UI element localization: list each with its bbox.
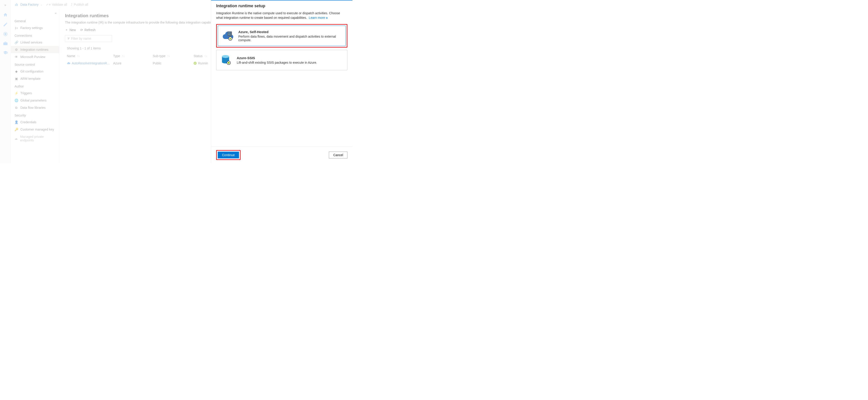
group-source-control: Source control xyxy=(11,60,59,68)
new-button[interactable]: ＋New xyxy=(65,28,76,32)
blade-title: Integration runtime setup xyxy=(216,4,347,8)
col-type[interactable]: Type↑↓ xyxy=(113,54,153,58)
person-icon: 👤 xyxy=(14,120,18,124)
nav-label: Managed private endpoints xyxy=(20,135,56,142)
home-icon[interactable] xyxy=(3,12,8,18)
learn-more-link[interactable]: Learn more ⧉ xyxy=(309,16,328,20)
col-name[interactable]: Name↑↓ xyxy=(67,54,113,58)
expand-rail-icon[interactable]: » xyxy=(3,2,8,8)
sort-icon: ↑↓ xyxy=(205,54,207,58)
nav-label: Triggers xyxy=(20,91,32,95)
refresh-icon: ⟳ xyxy=(80,28,83,32)
option-azure-self-hosted[interactable]: Azure, Self-Hosted Perform data flows, d… xyxy=(218,26,346,46)
refresh-label: Refresh xyxy=(85,28,95,32)
nav-label: ARM template xyxy=(20,77,40,81)
library-icon: ⧉ xyxy=(14,106,18,110)
nav-triggers[interactable]: ⚡Triggers xyxy=(11,89,59,97)
refresh-button[interactable]: ⟳Refresh xyxy=(80,28,95,32)
upload-icon: ⤴ xyxy=(71,3,72,6)
git-icon: ◆ xyxy=(14,69,18,73)
cell-type: Azure xyxy=(113,61,153,65)
continue-button[interactable]: Continue xyxy=(218,152,239,159)
nav-label: Integration runtimes xyxy=(20,48,49,52)
eye-icon: 👁 xyxy=(14,55,18,59)
learn-icon[interactable] xyxy=(3,50,8,56)
blade-footer: Continue Cancel xyxy=(211,147,352,163)
sort-icon: ↑↓ xyxy=(122,54,124,58)
cell-name[interactable]: AutoResolveIntegrationR... xyxy=(67,61,113,65)
external-icon: ⧉ xyxy=(326,17,328,19)
publish-all-button[interactable]: ⤴ Publish all xyxy=(71,3,88,6)
svg-point-7 xyxy=(229,32,230,33)
setup-blade: Integration runtime setup Integration Ru… xyxy=(211,0,352,163)
nav-factory-settings[interactable]: ⫿⫾Factory settings xyxy=(11,24,59,31)
cloud-server-icon xyxy=(222,29,234,42)
group-general: General xyxy=(11,17,59,24)
database-icon xyxy=(220,54,233,66)
toolbox-icon[interactable] xyxy=(3,41,8,46)
nav-credentials[interactable]: 👤Credentials xyxy=(11,118,59,126)
svg-rect-14 xyxy=(228,62,229,64)
status-text: Runnin xyxy=(198,61,208,65)
col-label: Sub-type xyxy=(153,54,165,58)
svg-point-8 xyxy=(228,34,229,35)
nav-managed-pe: ☁Managed private endpoints xyxy=(11,133,59,144)
svg-rect-4 xyxy=(17,4,18,6)
row-name: AutoResolveIntegrationR... xyxy=(72,61,110,65)
cloud-runtime-icon xyxy=(67,61,70,65)
new-label: New xyxy=(69,28,76,32)
check-icon: ✓≡ xyxy=(46,3,51,6)
nav-label: Credentials xyxy=(20,120,36,124)
globe-icon: 🌐 xyxy=(14,98,18,102)
option-title: Azure-SSIS xyxy=(237,56,317,60)
col-label: Name xyxy=(67,54,75,58)
svg-rect-3 xyxy=(16,3,17,6)
learn-label: Learn more xyxy=(309,16,325,20)
nav-dataflow-libs[interactable]: ⧉Data flow libraries xyxy=(11,104,59,111)
publish-label: Publish all xyxy=(74,3,88,6)
group-author: Author xyxy=(11,82,59,89)
option-desc: Lift-and-shift existing SSIS packages to… xyxy=(237,61,317,64)
monitor-icon[interactable] xyxy=(3,31,8,37)
cloud-icon: ☁ xyxy=(14,137,18,140)
side-panel: « General ⫿⫾Factory settings Connections… xyxy=(11,9,60,163)
chevron-down-icon: ⌄ xyxy=(40,3,42,6)
bolt-icon: ⚡ xyxy=(14,91,18,95)
pencil-icon[interactable] xyxy=(3,22,8,27)
svg-point-9 xyxy=(229,34,230,35)
collapse-panel-icon[interactable]: « xyxy=(52,9,59,17)
nav-cmk[interactable]: 🔑Customer managed key xyxy=(11,126,59,133)
col-label: Status xyxy=(193,54,203,58)
group-connections: Connections xyxy=(11,31,59,39)
nav-label: Factory settings xyxy=(20,26,43,30)
nav-label: Data flow libraries xyxy=(20,106,45,110)
filter-icon: ⧩ xyxy=(67,37,70,40)
col-status[interactable]: Status↑↓ xyxy=(193,54,212,58)
group-security: Security xyxy=(11,111,59,118)
filter-input[interactable]: ⧩ Filter by name xyxy=(65,35,112,42)
svg-point-6 xyxy=(228,32,229,33)
svg-rect-5 xyxy=(227,31,232,36)
nav-label: Git configuration xyxy=(20,69,43,73)
svg-point-1 xyxy=(4,33,6,35)
nav-global-params[interactable]: 🌐Global parameters xyxy=(11,97,59,104)
nav-label: Linked services xyxy=(20,40,42,44)
product-name: Data Factory xyxy=(20,3,38,6)
nav-integration-runtimes[interactable]: ⚙Integration runtimes xyxy=(11,46,59,53)
nav-linked-services[interactable]: 🔗Linked services xyxy=(11,39,59,46)
option-azure-ssis[interactable]: Azure-SSIS Lift-and-shift existing SSIS … xyxy=(216,50,347,70)
highlight-box-option: Azure, Self-Hosted Perform data flows, d… xyxy=(216,24,347,48)
nav-git[interactable]: ◆Git configuration xyxy=(11,68,59,75)
product-switcher[interactable]: Data Factory ⌄ xyxy=(14,2,42,6)
cancel-button[interactable]: Cancel xyxy=(329,152,347,159)
sort-icon: ↑↓ xyxy=(167,54,170,58)
col-subtype[interactable]: Sub-type↑↓ xyxy=(153,54,193,58)
key-icon: 🔑 xyxy=(14,127,18,131)
sort-icon: ↑↓ xyxy=(77,54,80,58)
nav-arm[interactable]: ▣ARM template xyxy=(11,75,59,82)
nav-purview[interactable]: 👁Microsoft Purview xyxy=(11,53,59,60)
cell-sub: Public xyxy=(153,61,193,65)
validate-all-button[interactable]: ✓≡ Validate all xyxy=(46,3,67,6)
plus-icon: ＋ xyxy=(65,28,68,32)
link-icon: 🔗 xyxy=(14,40,18,44)
